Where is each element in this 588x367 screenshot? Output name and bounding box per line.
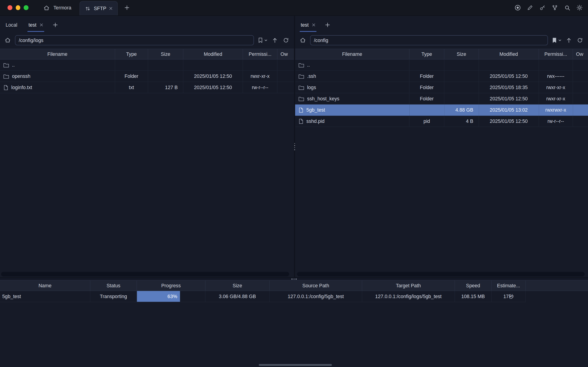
column-header-progress[interactable]: Progress xyxy=(137,280,205,291)
left-tab-local[interactable]: Local xyxy=(0,16,23,33)
file-row[interactable]: ssh_host_keys Folder 2025/01/05 12:50 rw… xyxy=(295,93,588,105)
transfers-divider[interactable] xyxy=(0,277,588,280)
column-header-source-path[interactable]: Source Path xyxy=(270,280,362,291)
up-directory-icon[interactable] xyxy=(271,36,279,44)
permissions-cell: rwxr-xr-x xyxy=(243,71,277,82)
close-window-button[interactable] xyxy=(8,5,12,10)
left-new-tab-button[interactable] xyxy=(52,22,58,27)
left-tab-test[interactable]: test xyxy=(23,16,49,33)
close-tab-icon[interactable] xyxy=(40,23,43,26)
branch-icon[interactable] xyxy=(551,4,559,11)
left-horizontal-scrollbar[interactable] xyxy=(1,272,289,276)
column-header-status[interactable]: Status xyxy=(90,280,137,291)
app-window: Termora SFTP xyxy=(0,0,588,367)
file-row[interactable]: openssh Folder 2025/01/05 12:50 rwxr-xr-… xyxy=(0,71,294,82)
bookmark-filled-icon[interactable] xyxy=(551,36,557,44)
type-cell: Folder xyxy=(409,71,444,82)
left-tab-local-label: Local xyxy=(6,22,17,27)
column-header-estimate[interactable]: Estimate... xyxy=(492,280,526,291)
column-header-size[interactable]: Size xyxy=(444,49,479,59)
search-icon[interactable] xyxy=(563,4,571,11)
size-cell xyxy=(148,71,183,82)
home-icon[interactable] xyxy=(299,36,307,44)
refresh-icon[interactable] xyxy=(576,36,584,44)
type-cell: Folder xyxy=(409,82,444,93)
filename-text: .ssh xyxy=(307,74,316,79)
file-icon xyxy=(298,107,303,113)
column-header-type[interactable]: Type xyxy=(115,49,148,59)
column-header-owner[interactable]: Ow xyxy=(573,49,588,59)
modified-cell: 2025/01/05 13:02 xyxy=(479,105,539,116)
file-row[interactable]: sshd.pid pid 4 B 2025/01/05 12:50 rw-r--… xyxy=(295,116,588,127)
file-row[interactable]: .. xyxy=(0,59,294,71)
home-icon xyxy=(43,4,50,11)
column-header-target-path[interactable]: Target Path xyxy=(362,280,455,291)
right-file-pane: test xyxy=(295,16,588,277)
column-header-permissions[interactable]: Permissi... xyxy=(243,49,277,59)
home-icon[interactable] xyxy=(4,36,11,44)
right-path-input[interactable] xyxy=(310,35,548,45)
tab-sftp-label: SFTP xyxy=(94,6,106,11)
tab-sftp[interactable]: SFTP xyxy=(79,1,118,15)
transfer-filler-cell xyxy=(526,291,588,302)
filename-cell: ssh_host_keys xyxy=(295,93,410,105)
filename-text: .. xyxy=(12,62,15,68)
filename-cell: sshd.pid xyxy=(295,116,410,127)
column-header-modified[interactable]: Modified xyxy=(183,49,243,59)
refresh-icon[interactable] xyxy=(282,36,290,44)
file-row[interactable]: loginfo.txt txt 127 B 2025/01/05 12:50 r… xyxy=(0,82,294,93)
owner-cell xyxy=(573,71,588,82)
type-cell xyxy=(409,59,444,71)
permissions-cell: rw-r--r-- xyxy=(539,116,573,127)
column-header-name[interactable]: Name xyxy=(0,280,90,291)
file-row[interactable]: .. xyxy=(295,59,588,71)
column-header-speed[interactable]: Speed xyxy=(455,280,492,291)
column-header-type[interactable]: Type xyxy=(409,49,444,59)
column-header-filename[interactable]: Filename xyxy=(0,49,115,59)
settings-gear-icon[interactable] xyxy=(576,4,583,11)
size-cell xyxy=(444,82,479,93)
chevron-down-icon[interactable] xyxy=(558,39,561,41)
column-header-permissions[interactable]: Permissi... xyxy=(539,49,573,59)
right-table-body: .. .ssh Folder xyxy=(295,59,588,127)
zoom-window-button[interactable] xyxy=(24,5,28,10)
filename-text: loginfo.txt xyxy=(11,85,32,90)
tab-termora[interactable]: Termora xyxy=(36,0,79,15)
file-row[interactable]: .ssh Folder 2025/01/05 12:50 rwx------ xyxy=(295,71,588,82)
progress-bar-fill: 63% xyxy=(137,291,180,302)
chevron-down-icon[interactable] xyxy=(264,39,267,41)
new-tab-button[interactable] xyxy=(124,5,130,10)
right-horizontal-scrollbar[interactable] xyxy=(297,272,585,276)
column-header-modified[interactable]: Modified xyxy=(479,49,539,59)
filename-text: sshd.pid xyxy=(307,118,324,124)
column-header-size[interactable]: Size xyxy=(205,280,270,291)
right-tab-test[interactable]: test xyxy=(295,16,321,33)
size-cell xyxy=(148,59,183,71)
bookmark-icon[interactable] xyxy=(257,36,263,44)
file-icon xyxy=(298,118,303,124)
minimize-window-button[interactable] xyxy=(16,5,20,10)
sftp-split-view: Local test xyxy=(0,16,588,277)
folder-icon xyxy=(298,96,304,101)
key-icon[interactable] xyxy=(539,4,546,11)
column-header-owner[interactable]: Ow xyxy=(277,49,294,59)
modified-cell: 2025/01/05 12:50 xyxy=(479,93,539,105)
record-icon[interactable] xyxy=(514,4,521,11)
right-new-tab-button[interactable] xyxy=(325,22,330,27)
permissions-cell: rw-r--r-- xyxy=(243,82,277,93)
edit-icon[interactable] xyxy=(526,4,534,11)
file-row[interactable]: logs Folder 2025/01/05 18:35 rwxr-xr-x xyxy=(295,82,588,93)
close-tab-icon[interactable] xyxy=(312,23,315,26)
close-tab-icon[interactable] xyxy=(109,7,113,10)
transfer-row[interactable]: 5gb_test Transporting 63% 3.06 GB/4.88 G… xyxy=(0,291,588,302)
left-path-input[interactable] xyxy=(15,35,254,45)
transfers-horizontal-scrollbar[interactable] xyxy=(259,364,332,366)
column-header-filename[interactable]: Filename xyxy=(295,49,410,59)
modified-cell: 2025/01/05 12:50 xyxy=(183,71,243,82)
type-cell: Folder xyxy=(409,93,444,105)
up-directory-icon[interactable] xyxy=(565,36,573,44)
column-header-size[interactable]: Size xyxy=(148,49,183,59)
file-row-selected[interactable]: 5gb_test 4.88 GB 2025/01/05 13:02 rwxrwx… xyxy=(295,105,588,116)
progress-label: 63% xyxy=(168,293,177,299)
modified-cell: 2025/01/05 12:50 xyxy=(183,82,243,93)
